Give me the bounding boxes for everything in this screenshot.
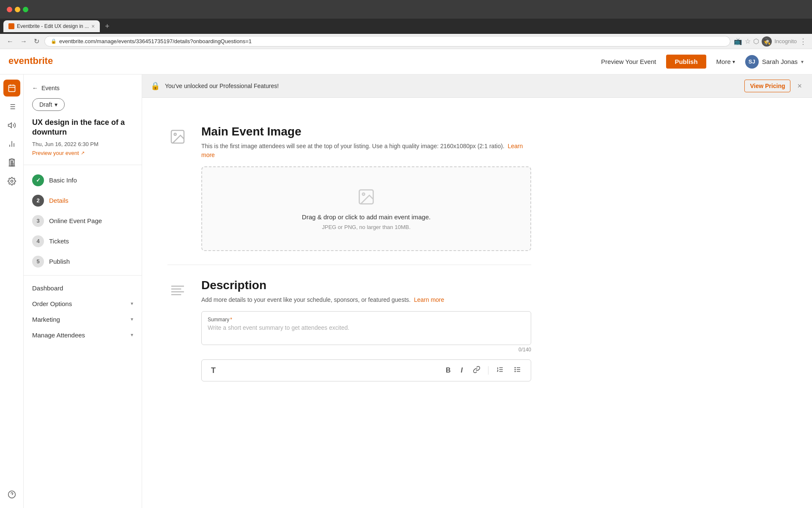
- more-label: More: [716, 58, 731, 65]
- image-upload-dropzone[interactable]: Drag & drop or click to add main event i…: [201, 166, 531, 251]
- svg-point-38: [515, 367, 516, 368]
- content-column: 🔒 You've unlocked our Professional Featu…: [142, 75, 812, 508]
- image-section-title: Main Event Image: [201, 125, 531, 138]
- event-title: UX design in the face of a downturn: [32, 118, 133, 138]
- summary-field[interactable]: Summary * Write a short event summary to…: [201, 311, 531, 345]
- banner-close-btn[interactable]: ×: [796, 80, 804, 92]
- sidebar-icon-megaphone[interactable]: [3, 117, 20, 134]
- toolbar-format-btn[interactable]: T: [208, 364, 218, 377]
- back-btn[interactable]: ←: [5, 36, 15, 47]
- preview-event-link-sidebar[interactable]: Preview your event ↗: [32, 150, 133, 156]
- sidebar-item-tickets[interactable]: 4 Tickets: [24, 231, 142, 251]
- more-chevron-icon: ▾: [732, 59, 735, 65]
- step-circle-tickets: 4: [32, 235, 44, 247]
- sidebar-item-order-options[interactable]: Order Options ▾: [24, 296, 142, 312]
- description-section-content: Description Add more details to your eve…: [201, 279, 531, 381]
- more-menu[interactable]: More ▾: [716, 58, 735, 65]
- toolbar-divider: [488, 366, 488, 375]
- sidebar-icon-list[interactable]: [3, 98, 20, 115]
- window-controls: [7, 7, 28, 12]
- main-content-area: Main Event Image This is the first image…: [142, 98, 812, 508]
- incognito-label: Incognito: [774, 38, 797, 44]
- image-section-icon: [167, 127, 188, 147]
- toolbar-italic-btn[interactable]: I: [458, 365, 465, 376]
- toolbar-link-btn[interactable]: [470, 364, 483, 377]
- promo-banner: 🔒 You've unlocked our Professional Featu…: [142, 75, 812, 98]
- sidebar-icon-building[interactable]: [3, 154, 20, 171]
- sidebar-icon-chart[interactable]: [3, 135, 20, 152]
- bookmark-icon[interactable]: ☆: [745, 37, 751, 45]
- forward-btn[interactable]: →: [19, 36, 29, 47]
- marketing-chevron-icon: ▾: [131, 316, 133, 322]
- step-circle-online-event: 3: [32, 215, 44, 227]
- step-label-publish: Publish: [49, 258, 70, 265]
- publish-btn[interactable]: Publish: [666, 55, 706, 69]
- back-label: Events: [41, 85, 60, 91]
- refresh-btn[interactable]: ↻: [32, 36, 41, 47]
- user-menu[interactable]: SJ Sarah Jonas ▾: [745, 55, 804, 69]
- sidebar-icon-bar: [0, 75, 24, 508]
- description-section-icon: [167, 280, 188, 301]
- url-text: eventbrite.com/manage/events/33645173519…: [59, 38, 252, 44]
- svg-point-27: [362, 193, 365, 195]
- tab-favicon: [8, 23, 14, 29]
- user-chevron-icon: ▾: [801, 59, 804, 65]
- toolbar-ordered-list-btn[interactable]: [494, 364, 506, 377]
- back-to-events[interactable]: ← Events: [24, 81, 142, 95]
- ssl-lock-icon: 🔒: [51, 39, 57, 44]
- svg-point-39: [515, 369, 516, 370]
- svg-rect-1: [8, 85, 15, 91]
- image-section-desc: This is the first image attendees will s…: [201, 142, 531, 160]
- minimize-window-btn[interactable]: [15, 7, 20, 12]
- tab-title: Eventbrite - Edit UX design in ...: [17, 23, 89, 29]
- toolbar-unordered-list-btn[interactable]: [511, 364, 524, 377]
- browser-titlebar: [0, 0, 812, 19]
- maximize-window-btn[interactable]: [23, 7, 28, 12]
- browser-tab-active[interactable]: Eventbrite - Edit UX design in ... ×: [3, 20, 100, 32]
- browser-window: Eventbrite - Edit UX design in ... × + ←…: [0, 0, 812, 49]
- order-options-chevron-icon: ▾: [131, 301, 133, 306]
- sidebar-item-basic-info[interactable]: ✓ Basic Info: [24, 170, 142, 190]
- view-pricing-btn[interactable]: View Pricing: [744, 80, 790, 92]
- summary-label: Summary *: [208, 317, 525, 323]
- description-learn-more-link[interactable]: Learn more: [414, 296, 444, 303]
- svg-rect-20: [12, 162, 13, 163]
- sidebar-menu: ✓ Basic Info 2 Details 3 Online Event Pa…: [24, 165, 142, 348]
- svg-marker-11: [8, 123, 11, 128]
- svg-point-40: [515, 371, 516, 372]
- sidebar-item-publish[interactable]: 5 Publish: [24, 251, 142, 272]
- app-container: eventbrite Preview Your Event Publish Mo…: [0, 49, 812, 508]
- event-date: Thu, Jun 16, 2022 6:30 PM: [32, 141, 133, 147]
- menu-icon[interactable]: ⋮: [799, 37, 807, 46]
- url-bar[interactable]: 🔒 eventbrite.com/manage/events/336451735…: [44, 36, 730, 47]
- browser-address-bar: ← → ↻ 🔒 eventbrite.com/manage/events/336…: [0, 34, 812, 49]
- new-tab-btn[interactable]: +: [102, 22, 113, 31]
- tab-close-btn[interactable]: ×: [91, 23, 95, 30]
- sidebar-item-marketing[interactable]: Marketing ▾: [24, 312, 142, 327]
- preview-event-link[interactable]: Preview Your Event: [601, 58, 656, 65]
- toolbar-bold-btn[interactable]: B: [443, 365, 453, 376]
- sidebar-item-manage-attendees[interactable]: Manage Attendees ▾: [24, 327, 142, 343]
- event-info: UX design in the face of a downturn Thu,…: [24, 118, 142, 165]
- incognito-icon: 🕵: [762, 36, 772, 47]
- draft-label: Draft: [39, 101, 52, 108]
- extension-icon: ⬡: [753, 37, 759, 45]
- sidebar-item-details[interactable]: 2 Details: [24, 190, 142, 211]
- close-window-btn[interactable]: [7, 7, 12, 12]
- dashboard-label: Dashboard: [32, 284, 63, 292]
- back-arrow-icon: ←: [32, 85, 38, 91]
- order-options-label: Order Options: [32, 300, 72, 307]
- sidebar-item-dashboard[interactable]: Dashboard: [24, 280, 142, 296]
- banner-message: You've unlocked our Professional Feature…: [165, 83, 739, 89]
- manage-attendees-label: Manage Attendees: [32, 331, 85, 339]
- draft-button[interactable]: Draft ▾: [32, 98, 65, 111]
- sidebar-icon-calendar[interactable]: [3, 80, 20, 97]
- browser-toolbar: 📺 ☆ ⬡ 🕵 Incognito ⋮: [734, 36, 807, 47]
- sidebar-item-online-event-page[interactable]: 3 Online Event Page: [24, 211, 142, 231]
- svg-rect-18: [12, 163, 13, 166]
- top-nav: eventbrite Preview Your Event Publish Mo…: [0, 49, 812, 75]
- sidebar-icon-help[interactable]: [3, 486, 20, 503]
- sidebar-icon-gear[interactable]: [3, 173, 20, 190]
- step-label-tickets: Tickets: [49, 237, 69, 245]
- description-section: Description Add more details to your eve…: [167, 265, 531, 395]
